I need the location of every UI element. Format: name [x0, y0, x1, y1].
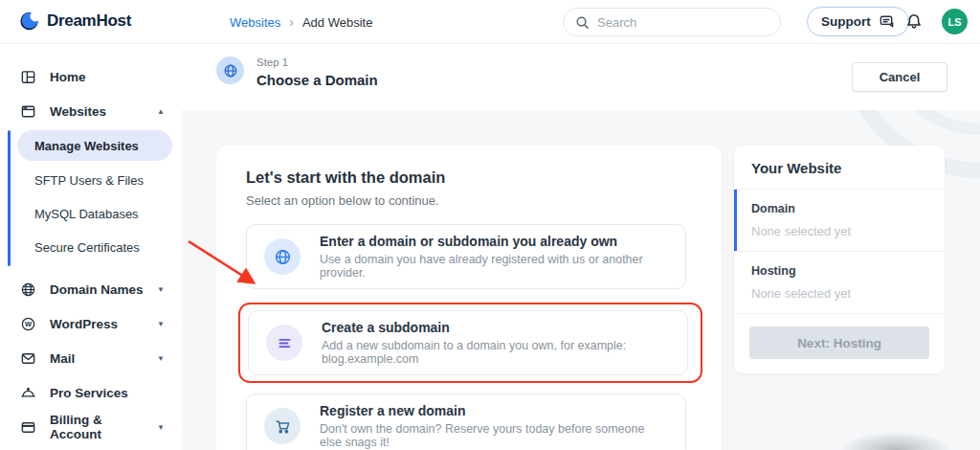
option-title: Create a subdomain	[322, 320, 670, 335]
chevron-up-icon: ▲	[157, 107, 165, 116]
card-subheading: Select an option below to continue.	[246, 193, 693, 208]
main-content: Step 1 Choose a Domain Cancel Let's star…	[182, 44, 980, 450]
chevron-down-icon: ▼	[157, 285, 165, 294]
sidebar-item-pro-services[interactable]: Pro Services	[0, 375, 182, 410]
avatar[interactable]: LS	[942, 9, 968, 34]
dreamhost-logo-icon	[19, 11, 40, 32]
search-input[interactable]	[597, 15, 750, 30]
sidebar-item-label: Pro Services	[50, 386, 165, 400]
list-icon	[266, 325, 302, 361]
breadcrumb: Websites › Add Website	[230, 14, 372, 30]
support-button[interactable]: Support	[807, 7, 909, 36]
sidebar-item-label: Websites	[50, 104, 144, 119]
option-create-subdomain[interactable]: Create a subdomain Add a new subdomain t…	[248, 310, 688, 375]
search-bar[interactable]	[563, 8, 781, 36]
sidebar-item-websites[interactable]: Websites ▲	[0, 94, 182, 128]
hosting-label: Hosting	[751, 264, 927, 278]
cart-icon	[264, 408, 301, 444]
chevron-down-icon: ▼	[157, 354, 165, 363]
sidebar-item-label: Domain Names	[50, 282, 144, 297]
home-icon	[20, 69, 36, 85]
sidebar-item-label: Home	[50, 70, 165, 84]
domain-value: None selected yet	[751, 224, 927, 238]
annotation-highlight-box: Create a subdomain Add a new subdomain t…	[238, 303, 702, 383]
panel-title: Your Website	[734, 146, 945, 190]
sidebar-item-mysql-databases[interactable]: MySQL Databases	[0, 197, 182, 231]
sidebar-item-label: Billing & Account	[50, 413, 144, 441]
page-title: Choose a Domain	[256, 72, 378, 88]
topbar: DreamHost Websites › Add Website Support…	[0, 0, 980, 44]
step-globe-icon	[216, 56, 244, 84]
wordpress-icon: W	[20, 316, 36, 332]
notifications-bell-icon[interactable]	[905, 12, 923, 34]
breadcrumb-current: Add Website	[302, 15, 372, 30]
websites-icon	[20, 103, 36, 120]
support-chat-icon	[879, 13, 895, 30]
sidebar-item-manage-websites[interactable]: Manage Websites	[17, 130, 172, 161]
svg-text:W: W	[25, 320, 33, 328]
sidebar-item-label: Mail	[50, 351, 144, 366]
sidebar-item-domain-names[interactable]: Domain Names ▼	[0, 272, 182, 306]
sidebar-item-billing-account[interactable]: Billing & Account ▼	[0, 410, 182, 444]
chevron-down-icon: ▼	[157, 320, 165, 328]
hosting-value: None selected yet	[751, 286, 927, 301]
options-list: Enter a domain or subdomain you already …	[246, 224, 693, 450]
domain-label: Domain	[751, 202, 927, 215]
websites-subgroup: Manage Websites SFTP Users & Files MySQL…	[0, 128, 182, 268]
option-title: Enter a domain or subdomain you already …	[320, 234, 668, 249]
option-enter-existing-domain[interactable]: Enter a domain or subdomain you already …	[246, 224, 686, 289]
sidebar-item-mail[interactable]: Mail ▼	[0, 341, 182, 375]
breadcrumb-websites-link[interactable]: Websites	[230, 15, 280, 30]
step-header: Step 1 Choose a Domain Cancel	[182, 44, 980, 110]
summary-footer: Next: Hosting	[734, 314, 945, 373]
domain-options-card: Let's start with the domain Select an op…	[216, 146, 722, 450]
search-icon	[575, 15, 590, 30]
pro-services-icon	[20, 385, 36, 401]
sidebar-item-wordpress[interactable]: W WordPress ▼	[0, 306, 182, 341]
your-website-panel: Your Website Domain None selected yet Ho…	[734, 146, 945, 373]
active-section-rail	[8, 130, 11, 266]
step-label: Step 1	[256, 56, 288, 68]
dreamhost-logo[interactable]: DreamHost	[19, 11, 131, 32]
globe-icon	[264, 238, 301, 275]
card-heading: Let's start with the domain	[246, 169, 693, 187]
summary-domain-section: Domain None selected yet	[734, 190, 945, 252]
billing-icon	[20, 419, 36, 436]
sidebar-item-secure-certificates[interactable]: Secure Certificates	[0, 231, 182, 264]
breadcrumb-separator: ›	[289, 14, 294, 30]
chat-widget-shadow	[838, 431, 953, 450]
option-description: Don't own the domain? Reserve yours toda…	[320, 422, 668, 449]
summary-hosting-section: Hosting None selected yet	[734, 252, 945, 314]
sidebar-item-sftp-users-files[interactable]: SFTP Users & Files	[0, 164, 182, 197]
globe-icon	[20, 281, 36, 298]
option-register-new-domain[interactable]: Register a new domain Don't own the doma…	[246, 394, 686, 450]
option-description: Use a domain you have already registered…	[320, 253, 668, 280]
cancel-button[interactable]: Cancel	[852, 62, 947, 92]
option-description: Add a new subdomain to a domain you own,…	[322, 339, 670, 366]
option-title: Register a new domain	[320, 403, 668, 418]
sidebar: Home Websites ▲ Manage Websites SFTP Use…	[0, 44, 182, 450]
next-hosting-button[interactable]: Next: Hosting	[749, 326, 929, 359]
chevron-down-icon: ▼	[157, 423, 165, 432]
mail-icon	[20, 350, 36, 367]
support-label: Support	[821, 14, 871, 29]
sidebar-item-label: WordPress	[50, 317, 144, 331]
sidebar-item-home[interactable]: Home	[0, 59, 182, 94]
logo-text: DreamHost	[47, 11, 131, 31]
